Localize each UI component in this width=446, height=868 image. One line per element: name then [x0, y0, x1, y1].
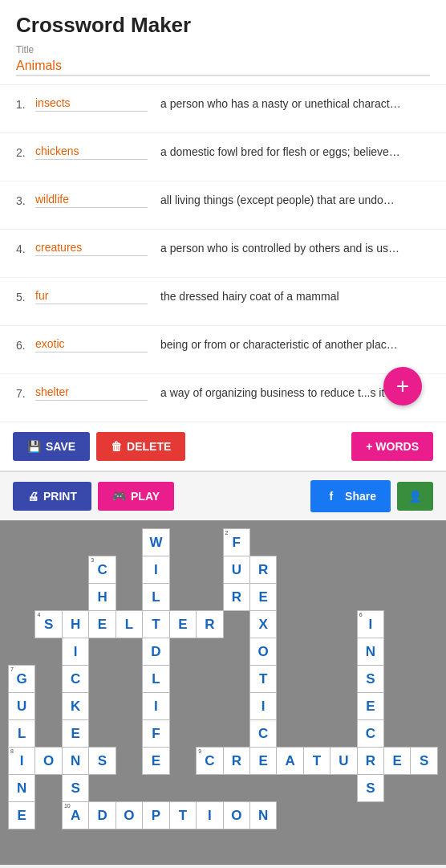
facebook-icon: f — [325, 488, 337, 504]
word-input-5[interactable] — [35, 289, 148, 304]
word-input-2[interactable] — [35, 145, 148, 160]
word-num-2: 2. — [16, 145, 35, 159]
word-input-4[interactable] — [35, 241, 148, 256]
delete-icon: 🗑 — [111, 440, 122, 453]
word-clue-1: a person who has a nasty or unethical ch… — [160, 96, 401, 112]
word-num-4: 4. — [16, 241, 35, 255]
action-bar: 💾 SAVE 🗑 DELETE + WORDS — [0, 422, 446, 471]
save-icon: 💾 — [27, 440, 41, 453]
word-input-1[interactable] — [35, 96, 148, 112]
word-list-container[interactable]: 1. a person who has a nasty or unethical… — [0, 84, 446, 422]
crossword-grid-wrapper: WF2C3IURHLRES4HELTERXI6IDONG7CLTSUKIIELE… — [8, 528, 438, 857]
word-input-7[interactable] — [35, 385, 148, 401]
word-num-7: 7. — [16, 385, 35, 400]
word-clue-7: a way of organizing business to reduce t… — [160, 385, 401, 401]
header: Crossword Maker Title — [0, 0, 446, 84]
word-row: 3. all living things (except people) tha… — [0, 181, 446, 230]
user-icon: 👤 — [408, 490, 422, 503]
word-num-3: 3. — [16, 193, 35, 207]
crossword-table: WF2C3IURHLRES4HELTERXI6IDONG7CLTSUKIIELE… — [8, 528, 438, 857]
delete-label: DELETE — [127, 440, 171, 453]
print-icon: 🖨 — [27, 490, 39, 503]
word-num-1: 1. — [16, 96, 35, 111]
play-button[interactable]: 🎮 PLAY — [98, 482, 174, 511]
word-row: 7. a way of organizing business to reduc… — [0, 374, 446, 422]
word-clue-3: all living things (except people) that a… — [160, 193, 401, 209]
title-input[interactable] — [16, 57, 430, 76]
word-row: 6. being or from or characteristic of an… — [0, 326, 446, 374]
word-input-3[interactable] — [35, 193, 148, 208]
save-label: SAVE — [46, 440, 75, 453]
play-icon: 🎮 — [112, 490, 126, 503]
share-button[interactable]: f Share — [310, 480, 391, 512]
app-container: Crossword Maker Title 1. a person who ha… — [0, 0, 446, 865]
share-label: Share — [345, 490, 376, 503]
bottom-bar: 🖨 PRINT 🎮 PLAY f Share 👤 — [0, 471, 446, 520]
word-input-6[interactable] — [35, 337, 148, 352]
delete-button[interactable]: 🗑 DELETE — [96, 432, 185, 461]
word-row: 2. a domestic fowl bred for flesh or egg… — [0, 133, 446, 181]
word-clue-2: a domestic fowl bred for flesh or eggs; … — [160, 145, 401, 161]
word-num-6: 6. — [16, 337, 35, 352]
word-row: 1. a person who has a nasty or unethical… — [0, 85, 446, 133]
print-button[interactable]: 🖨 PRINT — [13, 482, 91, 511]
play-label: PLAY — [131, 490, 160, 503]
word-row: 5. the dressed hairy coat of a mammal — [0, 278, 446, 326]
user-button[interactable]: 👤 — [397, 482, 433, 511]
fab-add-button[interactable]: + — [383, 367, 422, 405]
title-label: Title — [16, 44, 430, 55]
word-clue-4: a person who is controlled by others and… — [160, 241, 401, 257]
save-button[interactable]: 💾 SAVE — [13, 432, 90, 461]
words-button[interactable]: + WORDS — [351, 432, 433, 461]
words-label: + WORDS — [366, 440, 419, 453]
print-label: PRINT — [43, 490, 77, 503]
word-clue-5: the dressed hairy coat of a mammal — [160, 289, 401, 305]
app-title: Crossword Maker — [16, 13, 430, 38]
word-clue-6: being or from or characteristic of anoth… — [160, 337, 401, 353]
word-row: 4. a person who is controlled by others … — [0, 230, 446, 278]
crossword-area: WF2C3IURHLRES4HELTERXI6IDONG7CLTSUKIIELE… — [0, 520, 446, 865]
word-num-5: 5. — [16, 289, 35, 304]
